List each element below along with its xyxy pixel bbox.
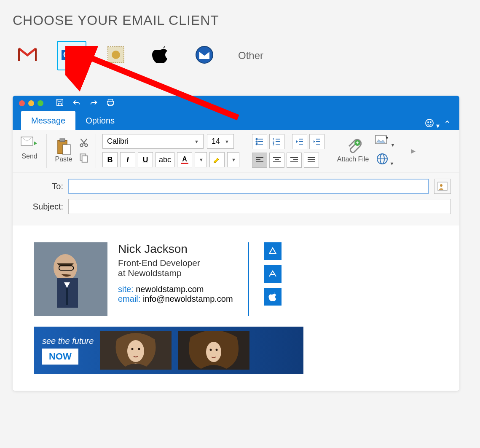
email-client-picker: O Other [13, 41, 467, 70]
tab-options[interactable]: Options [75, 111, 125, 130]
svg-point-19 [256, 139, 257, 140]
picture-button[interactable]: ▼ [375, 135, 395, 148]
client-gmail[interactable] [13, 41, 42, 70]
font-size-dropdown[interactable]: 14▼ [207, 134, 234, 149]
svg-rect-14 [63, 145, 70, 155]
svg-point-71 [206, 342, 221, 362]
signature-site-value[interactable]: newoldstamp.com [136, 284, 204, 294]
copy-icon[interactable] [78, 152, 89, 165]
signature-email-value[interactable]: info@newoldstamp.com [143, 294, 233, 303]
ribbon-overflow-icon[interactable]: ▸ [411, 145, 416, 156]
subject-field[interactable] [68, 199, 451, 214]
message-header-fields: To: Subject: [13, 172, 459, 225]
signature-name: Nick Jackson [118, 242, 233, 256]
subject-label: Subject: [21, 202, 63, 212]
banner-image-2 [178, 331, 249, 370]
svg-rect-13 [60, 139, 65, 142]
client-thunderbird[interactable] [190, 41, 219, 70]
highlight-button[interactable] [209, 152, 225, 167]
underline-button[interactable]: U [138, 152, 153, 167]
svg-text:O: O [63, 51, 69, 59]
decrease-indent-button[interactable] [292, 134, 307, 149]
bold-button[interactable]: B [102, 152, 118, 167]
svg-point-67 [131, 348, 134, 350]
svg-rect-61 [66, 288, 68, 305]
signature-title: Front-End Developer [118, 258, 233, 268]
font-family-dropdown[interactable]: Calibri▼ [102, 134, 204, 149]
svg-point-56 [440, 184, 442, 187]
svg-point-9 [428, 122, 429, 123]
signature-email-label: email: [118, 294, 140, 303]
close-window-icon[interactable] [19, 100, 25, 106]
banner-image-1 [100, 331, 172, 370]
highlight-dropdown-icon[interactable]: ▼ [227, 152, 239, 167]
undo-icon[interactable] [72, 98, 81, 109]
svg-point-23 [256, 144, 257, 145]
collapse-ribbon-icon[interactable]: ⌃ [444, 119, 451, 129]
ribbon-tabs: Message Options ▾ ⌃ [13, 111, 459, 130]
client-apple[interactable] [145, 41, 175, 70]
client-apple-mail[interactable] [101, 41, 131, 70]
svg-text:+: + [356, 140, 359, 146]
attach-file-icon[interactable]: + [343, 139, 364, 156]
social-icon-2[interactable] [264, 265, 282, 283]
svg-point-68 [138, 348, 140, 350]
social-icon-1[interactable] [264, 242, 282, 260]
signature-company: at Newoldstamp [118, 268, 233, 278]
svg-point-21 [256, 141, 257, 142]
client-other[interactable]: Other [238, 50, 263, 62]
redo-icon[interactable] [89, 98, 98, 109]
attach-label: Attach File [337, 156, 369, 163]
ribbon-toolbar: Send Paste Calibri▼ 14▼ B I [13, 130, 459, 172]
window-traffic-lights [19, 100, 43, 106]
justify-button[interactable] [304, 153, 319, 168]
outlook-compose-window: Message Options ▾ ⌃ Send Paste [13, 96, 459, 391]
align-left-button[interactable] [252, 153, 267, 168]
paste-icon[interactable] [53, 139, 74, 156]
font-color-dropdown-icon[interactable]: ▼ [195, 152, 207, 167]
svg-rect-18 [82, 156, 88, 162]
apple-icon [152, 45, 169, 66]
signature-banner[interactable]: see the future NOW [34, 327, 303, 374]
client-outlook[interactable]: O [57, 41, 86, 70]
signature-photo [34, 242, 107, 316]
maximize-window-icon[interactable] [38, 100, 43, 106]
minimize-window-icon[interactable] [28, 100, 34, 106]
ribbon-font-group: Calibri▼ 14▼ B I U abc A▼ ▼ [102, 134, 246, 168]
ribbon-send-group: Send [19, 134, 47, 168]
message-body[interactable]: Nick Jackson Front-End Developer at Newo… [13, 225, 459, 391]
bullets-button[interactable] [252, 134, 267, 149]
to-label: To: [21, 182, 63, 191]
save-icon[interactable] [55, 98, 64, 109]
svg-text:3: 3 [273, 143, 274, 145]
banner-tagline: see the future [42, 336, 94, 346]
ribbon-attach-group: + Attach File ▼ ▼ [337, 134, 401, 168]
gmail-icon [18, 48, 37, 64]
send-label: Send [21, 153, 37, 160]
cut-icon[interactable] [78, 137, 89, 150]
align-right-button[interactable] [287, 153, 302, 168]
ribbon-paragraph-group: 123 [252, 134, 331, 168]
numbering-button[interactable]: 123 [269, 134, 284, 149]
font-color-button[interactable]: A [177, 152, 192, 167]
increase-indent-button[interactable] [309, 134, 324, 149]
emoji-icon[interactable]: ▾ [424, 118, 440, 130]
tab-message[interactable]: Message [21, 111, 75, 130]
strikethrough-button[interactable]: abc [156, 152, 174, 167]
align-center-button[interactable] [269, 153, 284, 168]
address-book-icon[interactable] [434, 179, 451, 194]
send-icon[interactable] [19, 134, 40, 151]
window-titlebar [13, 96, 459, 111]
page-heading: CHOOSE YOUR EMAIL CLIENT [13, 13, 467, 28]
svg-point-66 [127, 340, 144, 362]
svg-point-8 [426, 119, 433, 127]
print-icon[interactable] [106, 98, 115, 109]
svg-point-4 [112, 51, 120, 59]
hyperlink-button[interactable]: ▼ [376, 153, 394, 167]
italic-button[interactable]: I [120, 152, 135, 167]
outlook-icon: O [62, 46, 82, 65]
to-field[interactable] [68, 179, 429, 194]
ribbon-clipboard-group: Paste [53, 134, 96, 168]
social-icon-apple[interactable] [264, 288, 282, 306]
stamp-icon [107, 46, 125, 65]
